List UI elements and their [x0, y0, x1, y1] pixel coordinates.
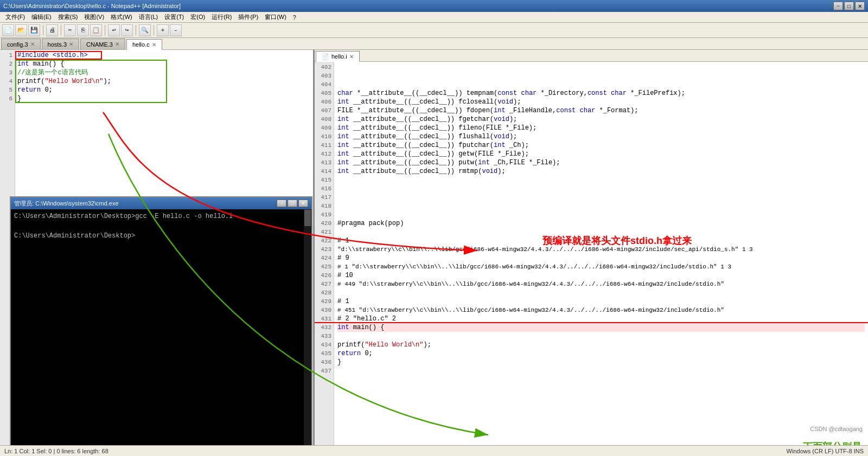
- ri-428: [337, 288, 865, 297]
- ri-414: int __attribute__((__cdecl__)) rmtmp(voi…: [337, 167, 865, 176]
- tab-cname3[interactable]: CNAME.3 ✕: [80, 38, 125, 49]
- cmd-body: C:\Users\Administrator\Desktop>gcc -E he…: [11, 209, 311, 445]
- cmd-line-3: C:\Users\Administrator\Desktop>: [14, 231, 308, 241]
- zoom-out-button[interactable]: -: [170, 24, 182, 36]
- window-title: C:\Users\Administrator\Desktop\hello.c -…: [3, 3, 181, 9]
- code-line-3: //这是第一个c语言代码: [17, 68, 311, 77]
- maximize-button[interactable]: □: [844, 2, 854, 10]
- ri-430: # 451 "d:\\strawberry\\c\\bin\\..\\lib/g…: [337, 306, 865, 314]
- tab-helloi-icon: 📄: [322, 53, 329, 60]
- right-code-content[interactable]: char *__attribute__((__cdecl__)) tempnam…: [334, 62, 868, 445]
- cmd-title: 管理员: C:\Windows\system32\cmd.exe: [14, 200, 119, 208]
- tab-cname3-close[interactable]: ✕: [115, 41, 119, 47]
- menu-window[interactable]: 窗口(W): [261, 12, 290, 22]
- ri-410: int __attribute__((__cdecl__)) flushall(…: [337, 132, 865, 141]
- find-button[interactable]: 🔍: [139, 24, 151, 36]
- ri-406: int __attribute__((__cdecl__)) fcloseall…: [337, 98, 865, 106]
- ri-402: [337, 63, 865, 72]
- ri-432: int main() {: [337, 323, 865, 332]
- cmd-controls[interactable]: － □ ✕: [277, 200, 308, 207]
- menu-settings[interactable]: 设置(T): [161, 12, 187, 22]
- annotation-red-text: 预编译就是将头文件stdio.h拿过来: [542, 234, 692, 247]
- cmd-maximize[interactable]: □: [288, 200, 297, 207]
- left-tabs-bar: config.3 ✕ hosts.3 ✕ CNAME.3 ✕ hello.c ✕: [0, 38, 868, 50]
- cmd-close[interactable]: ✕: [298, 200, 308, 207]
- ri-415: [337, 176, 865, 184]
- ri-419: [337, 210, 865, 219]
- tab-helloc[interactable]: hello.c ✕: [126, 39, 162, 50]
- code-line-4: printf("Hello World\n");: [17, 77, 311, 86]
- redo-button[interactable]: ↪: [121, 24, 133, 36]
- ri-426: # 10: [337, 271, 865, 280]
- paste-button[interactable]: 📋: [90, 24, 102, 36]
- toolbar: 📄 📂 💾 🖨 ✂ ⎘ 📋 ↩ ↪ 🔍 + -: [0, 23, 868, 38]
- title-bar: C:\Users\Administrator\Desktop\hello.c -…: [0, 0, 868, 12]
- cmd-minimize[interactable]: －: [277, 200, 286, 207]
- editor-container: 1 2 3 4 5 6 #include <stdio.h> int main(…: [0, 50, 868, 445]
- ri-435: return 0;: [337, 349, 865, 358]
- ri-424: # 9: [337, 254, 865, 262]
- tab-helloc-close[interactable]: ✕: [152, 42, 156, 48]
- close-button[interactable]: ✕: [855, 2, 865, 10]
- copy-button[interactable]: ⎘: [77, 24, 89, 36]
- zoom-in-button[interactable]: +: [157, 24, 169, 36]
- ri-412: int __attribute__((__cdecl__)) getw(FILE…: [337, 150, 865, 158]
- ri-409: int __attribute__((__cdecl__)) fileno(FI…: [337, 124, 865, 132]
- ri-433: [337, 332, 865, 341]
- ri-434: printf("Hello World\n");: [337, 341, 865, 349]
- menu-help[interactable]: ?: [290, 13, 299, 22]
- status-encoding: Windows (CR LF) UTF-8 INS: [787, 448, 864, 454]
- menu-macro[interactable]: 宏(O): [187, 12, 208, 22]
- ri-417: [337, 193, 865, 202]
- new-button[interactable]: 📄: [2, 24, 14, 36]
- menu-file[interactable]: 文件(F): [2, 12, 28, 22]
- ri-427: # 449 "d:\\strawberry\\c\\bin\\..\\lib/g…: [337, 280, 865, 288]
- cmd-window[interactable]: 管理员: C:\Windows\system32\cmd.exe － □ ✕ C…: [10, 196, 312, 445]
- ri-403: [337, 72, 865, 80]
- tab-cname3-label: CNAME.3: [86, 41, 113, 48]
- menu-plugins[interactable]: 插件(P): [235, 12, 261, 22]
- ri-418: [337, 202, 865, 210]
- ri-425: # 1 "d:\\strawberry\\c\\bin\\..\\lib/gcc…: [337, 262, 865, 271]
- code-line-6: }: [17, 94, 311, 103]
- tab-config3-close[interactable]: ✕: [30, 41, 35, 47]
- tab-helloi[interactable]: 📄 hello.i ✕: [316, 51, 360, 62]
- minimize-button[interactable]: －: [833, 2, 843, 10]
- ri-407: FILE *__attribute__((__cdecl__)) fdopen(…: [337, 106, 865, 115]
- open-button[interactable]: 📂: [15, 24, 27, 36]
- cut-button[interactable]: ✂: [64, 24, 76, 36]
- tab-helloi-close[interactable]: ✕: [349, 54, 354, 60]
- menu-run[interactable]: 运行(R): [208, 12, 235, 22]
- cmd-line-2: [14, 221, 308, 231]
- save-button[interactable]: 💾: [28, 24, 40, 36]
- code-line-1: #include <stdio.h>: [17, 51, 311, 60]
- menu-search[interactable]: 搜索(S): [55, 12, 81, 22]
- tab-helloc-label: hello.c: [132, 41, 150, 48]
- tab-hosts3-label: hosts.3: [48, 41, 67, 48]
- status-info: Ln: 1 Col: 1 Sel: 0 | 0 lines: 6 length:…: [4, 448, 108, 454]
- print-button[interactable]: 🖨: [46, 24, 58, 36]
- annotation-green-text: 下面部分则是编写的C代码: [803, 440, 868, 445]
- cmd-line-1: C:\Users\Administrator\Desktop>gcc -E he…: [14, 211, 308, 221]
- ri-431: # 2 "hello.c" 2: [337, 314, 865, 323]
- menu-bar: 文件(F) 编辑(E) 搜索(S) 视图(V) 格式(W) 语言(L) 设置(T…: [0, 12, 868, 23]
- ri-420: #pragma pack(pop): [337, 219, 865, 228]
- menu-language[interactable]: 语言(L): [136, 12, 161, 22]
- left-pane: 1 2 3 4 5 6 #include <stdio.h> int main(…: [0, 50, 315, 445]
- ri-436: }: [337, 358, 865, 367]
- code-line-2: int main() {: [17, 60, 311, 68]
- menu-edit[interactable]: 编辑(E): [28, 12, 55, 22]
- tab-config3-label: config.3: [7, 41, 28, 48]
- menu-view[interactable]: 视图(V): [81, 12, 107, 22]
- tab-hosts3[interactable]: hosts.3 ✕: [42, 38, 79, 49]
- window-controls[interactable]: － □ ✕: [833, 2, 865, 10]
- watermark: CSDN @cdtaogang: [810, 426, 863, 432]
- ri-416: [337, 184, 865, 193]
- menu-format[interactable]: 格式(W): [107, 12, 136, 22]
- right-tabs: 📄 hello.i ✕: [315, 50, 868, 62]
- cmd-title-bar: 管理员: C:\Windows\system32\cmd.exe － □ ✕: [11, 197, 311, 209]
- tab-hosts3-close[interactable]: ✕: [69, 41, 73, 47]
- undo-button[interactable]: ↩: [108, 24, 120, 36]
- tab-config3[interactable]: config.3 ✕: [1, 38, 41, 49]
- ri-408: int __attribute__((__cdecl__)) fgetchar(…: [337, 115, 865, 124]
